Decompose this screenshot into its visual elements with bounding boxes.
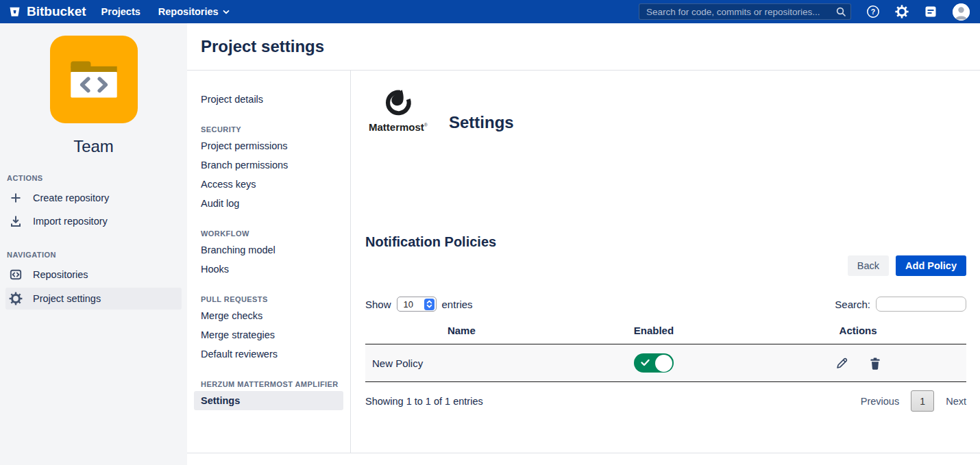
toggle-knob [655,355,672,372]
column-header-actions[interactable]: Actions [750,318,966,344]
table-info: Showing 1 to 1 of 1 entries [365,396,483,407]
folder-code-icon [66,56,122,103]
svg-text:?: ? [871,8,875,16]
chevron-down-icon [223,10,230,14]
plugin-page-heading: Settings [449,113,514,133]
page-size-value: 10 [404,299,417,310]
feedback-icon[interactable] [924,5,938,18]
table-controls: Show 10 entries Search: [365,297,966,312]
nav-projects[interactable]: Projects [101,6,140,17]
sidebar-item-repositories[interactable]: Repositories [0,263,187,286]
settings-nav-branch-permissions[interactable]: Branch permissions [187,155,350,175]
gear-icon [8,292,23,305]
policy-name-cell: New Policy [365,344,558,382]
bitbucket-home-link[interactable]: Bitbucket [8,4,86,19]
search-label: Search: [835,299,870,310]
page-size-select[interactable]: 10 [397,297,437,312]
registered-mark: ® [424,123,428,127]
select-stepper-icon [424,299,434,310]
edit-icon[interactable] [835,357,848,370]
current-page-button[interactable]: 1 [911,390,934,412]
settings-nav-hooks[interactable]: Hooks [187,260,350,279]
global-search-input[interactable] [639,3,851,20]
plugin-header: Mattermost® Settings [365,86,966,133]
help-icon[interactable]: ? [866,5,880,18]
bitbucket-app: Bitbucket Projects Repositories ? [0,0,980,465]
add-policy-button[interactable]: Add Policy [896,255,966,276]
bottom-spacer [187,453,980,465]
show-label: Show [365,299,391,310]
column-header-name[interactable]: Name [365,318,558,344]
settings-nav-branching-model[interactable]: Branching model [187,240,350,260]
next-page-button[interactable]: Next [946,396,966,407]
previous-page-button[interactable]: Previous [861,396,899,407]
settings-nav-project-details[interactable]: Project details [187,90,350,109]
settings-nav-heading-pull-requests: PULL REQUESTS [201,295,350,303]
settings-nav-merge-checks[interactable]: Merge checks [187,306,350,325]
search-icon [835,6,846,20]
page-body: Team ACTIONS Create repository Import re… [0,23,980,465]
table-search-input[interactable] [876,297,966,312]
settings-nav: Project details SECURITY Project permiss… [187,71,351,453]
entries-label: entries [442,299,473,310]
global-search [639,3,851,20]
settings-nav-default-reviewers[interactable]: Default reviewers [187,344,350,364]
repositories-icon [8,268,23,281]
enabled-toggle[interactable] [634,353,674,373]
project-sidebar: Team ACTIONS Create repository Import re… [0,23,187,465]
project-avatar [50,36,138,123]
content-region: Project settings Project details SECURIT… [187,23,980,465]
settings-nav-settings[interactable]: Settings [194,391,343,410]
brand-name: Bitbucket [27,4,86,19]
delete-icon[interactable] [869,357,881,370]
mattermost-brand: Mattermost® [365,86,431,133]
column-header-enabled[interactable]: Enabled [558,318,750,344]
plugin-settings-panel: Mattermost® Settings Notification Polici… [351,71,980,453]
settings-nav-project-permissions[interactable]: Project permissions [187,136,350,155]
pagination: Previous 1 Next [861,390,966,412]
plus-icon [8,191,23,205]
sidebar-item-label: Project settings [33,293,101,304]
project-title: Team [0,137,187,156]
action-buttons: Back Add Policy [365,255,966,276]
sidebar-section-actions: ACTIONS [7,174,187,182]
settings-nav-access-keys[interactable]: Access keys [187,175,350,194]
policy-actions-cell [750,344,966,382]
mattermost-wordmark: Mattermost® [365,121,431,133]
sidebar-section-navigation: NAVIGATION [7,251,187,259]
sidebar-item-project-settings[interactable]: Project settings [5,288,182,310]
sidebar-item-label: Create repository [33,192,109,203]
header-actions: ? [639,3,970,21]
back-button[interactable]: Back [848,255,889,276]
table-row: New Policy [365,344,966,382]
gear-icon[interactable] [895,5,909,18]
settings-nav-merge-strategies[interactable]: Merge strategies [187,325,350,344]
sidebar-item-create-repository[interactable]: Create repository [0,186,187,210]
import-icon [8,214,23,228]
section-title: Notification Policies [365,234,966,250]
policy-enabled-cell [558,344,750,382]
settings-nav-audit-log[interactable]: Audit log [187,194,350,213]
toggle-check-icon [640,357,650,370]
bitbucket-logo-icon [8,5,21,18]
notification-policies-table: Name Enabled Actions New Policy [365,318,966,382]
sidebar-item-label: Repositories [33,269,88,280]
table-footer: Showing 1 to 1 of 1 entries Previous 1 N… [365,390,966,412]
sidebar-item-label: Import repository [33,216,108,227]
settings-nav-heading-herzum-mattermost-amplifier: HERZUM MATTERMOST AMPLIFIER [201,380,350,388]
mattermost-logo [382,86,414,117]
nav-repositories[interactable]: Repositories [158,6,230,17]
page-title-bar: Project settings [187,23,980,71]
user-avatar[interactable] [953,3,970,21]
sidebar-item-import-repository[interactable]: Import repository [0,210,187,233]
page-title: Project settings [201,37,980,56]
header-nav: Projects Repositories [101,6,230,17]
top-header: Bitbucket Projects Repositories ? [0,0,980,23]
settings-nav-heading-security: SECURITY [201,125,350,134]
settings-nav-heading-workflow: WORKFLOW [201,229,350,238]
